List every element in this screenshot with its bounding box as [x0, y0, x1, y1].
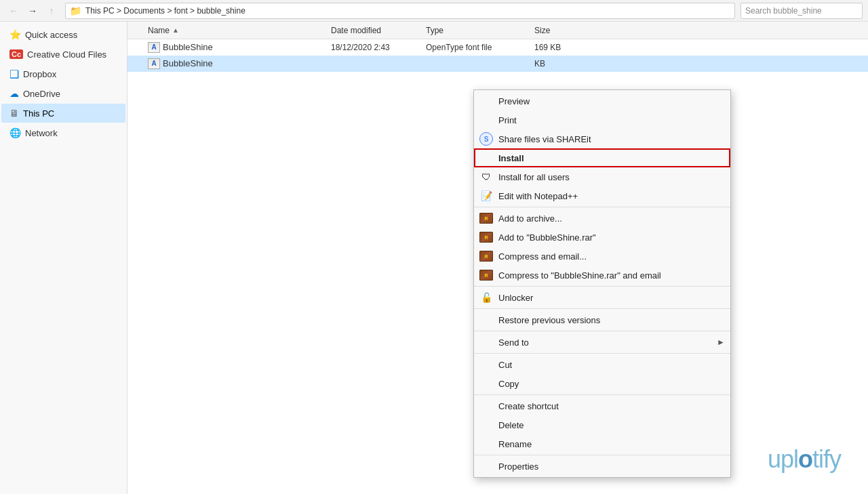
- title-bar: ← → ↑ 📁 This PC > Documents > font > bub…: [0, 0, 868, 22]
- ctx-delete[interactable]: Delete: [474, 415, 730, 434]
- main-layout: ⭐ Quick access Cc Creative Cloud Files ❑…: [0, 22, 868, 494]
- shareit-icon: S: [479, 132, 493, 146]
- ctx-install-all-label: Install for all users: [498, 172, 570, 182]
- ctx-print[interactable]: Print: [474, 110, 730, 129]
- ctx-shareit-label: Share files via SHAREit: [498, 134, 591, 144]
- col-header-date[interactable]: Date modified: [331, 26, 426, 35]
- ctx-edit-notepad[interactable]: 📝 Edit with Notepad++: [474, 186, 730, 205]
- brand-lo: o: [798, 445, 812, 473]
- brand-up: upl: [768, 445, 798, 473]
- ctx-create-shortcut[interactable]: Create shortcut: [474, 396, 730, 415]
- sidebar-item-this-pc[interactable]: 🖥 This PC: [1, 104, 125, 123]
- ctx-divider-2: [474, 286, 730, 287]
- submenu-arrow: ►: [717, 337, 725, 347]
- unlocker-icon: 🔓: [479, 291, 493, 304]
- ctx-unlocker-label: Unlocker: [498, 293, 533, 303]
- sidebar: ⭐ Quick access Cc Creative Cloud Files ❑…: [0, 22, 127, 494]
- ctx-unlocker[interactable]: 🔓 Unlocker: [474, 288, 730, 307]
- search-placeholder: Search bubble_shine: [745, 6, 822, 16]
- sidebar-item-quick-access[interactable]: ⭐ Quick access: [1, 25, 125, 44]
- up-button[interactable]: ↑: [43, 3, 60, 19]
- col-header-name[interactable]: Name ▲: [127, 26, 331, 35]
- dropbox-icon: ❑: [9, 68, 19, 81]
- ctx-copy-label: Copy: [498, 379, 519, 389]
- file-area: Name ▲ Date modified Type Size BubbleShi…: [127, 22, 868, 494]
- ctx-create-shortcut-label: Create shortcut: [498, 401, 559, 411]
- ctx-divider-6: [474, 394, 730, 395]
- nav-buttons: ← → ↑: [5, 3, 60, 19]
- col-header-size[interactable]: Size: [534, 26, 589, 35]
- ctx-cut[interactable]: Cut: [474, 355, 730, 374]
- shield-icon: 🛡: [479, 170, 493, 184]
- address-bar[interactable]: 📁 This PC > Documents > font > bubble_sh…: [65, 3, 735, 19]
- ctx-rename-label: Rename: [498, 439, 532, 449]
- sidebar-label-dropbox: Dropbox: [23, 69, 120, 79]
- ctx-print-label: Print: [498, 115, 517, 125]
- file-size-cell: KB: [534, 59, 589, 68]
- ctx-rename[interactable]: Rename: [474, 434, 730, 453]
- file-type-cell: OpenType font file: [426, 43, 534, 52]
- context-menu: Preview Print S Share files via SHAREit …: [473, 89, 731, 478]
- ctx-divider-5: [474, 353, 730, 354]
- ctx-preview-label: Preview: [498, 96, 530, 106]
- file-date-cell: 18/12/2020 2:43: [331, 43, 426, 52]
- ctx-edit-notepad-label: Edit with Notepad++: [498, 191, 578, 201]
- file-name-cell: BubbleShine: [127, 58, 331, 69]
- ctx-compress-email[interactable]: R Compress and email...: [474, 247, 730, 266]
- sidebar-label-network: Network: [25, 128, 120, 138]
- ctx-divider-7: [474, 455, 730, 455]
- ctx-restore-label: Restore previous versions: [498, 315, 600, 325]
- onedrive-icon: ☁: [9, 88, 19, 99]
- forward-button[interactable]: →: [24, 3, 41, 19]
- ctx-compress-rar-email-label: Compress to "BubbleShine.rar" and email: [498, 270, 661, 281]
- ctx-divider-3: [474, 308, 730, 309]
- ctx-install-all[interactable]: 🛡 Install for all users: [474, 167, 730, 186]
- ctx-add-rar[interactable]: R Add to "BubbleShine.rar": [474, 228, 730, 247]
- rar-icon-4: R: [479, 268, 493, 282]
- ctx-send-to-label: Send to: [498, 337, 529, 348]
- sidebar-label-onedrive: OneDrive: [23, 89, 120, 99]
- col-header-type[interactable]: Type: [426, 26, 534, 35]
- address-path: This PC > Documents > font > bubble_shin…: [85, 6, 245, 16]
- folder-icon: 📁: [70, 5, 81, 16]
- sidebar-item-dropbox[interactable]: ❑ Dropbox: [1, 64, 125, 83]
- star-icon: ⭐: [9, 29, 21, 40]
- sidebar-label-quick-access: Quick access: [25, 30, 120, 40]
- ctx-divider-1: [474, 207, 730, 207]
- table-row[interactable]: BubbleShine 18/12/2020 2:43 OpenType fon…: [127, 39, 868, 56]
- ctx-delete-label: Delete: [498, 420, 524, 430]
- ctx-properties[interactable]: Properties: [474, 457, 730, 476]
- file-name-cell: BubbleShine: [127, 42, 331, 53]
- this-pc-icon: 🖥: [9, 108, 19, 119]
- ctx-install-label: Install: [498, 153, 524, 163]
- ctx-send-to[interactable]: Send to ►: [474, 333, 730, 352]
- ctx-cut-label: Cut: [498, 360, 512, 370]
- back-button[interactable]: ←: [5, 3, 22, 19]
- ctx-compress-rar-email[interactable]: R Compress to "BubbleShine.rar" and emai…: [474, 266, 730, 285]
- ctx-divider-4: [474, 331, 730, 331]
- ctx-add-rar-label: Add to "BubbleShine.rar": [498, 232, 596, 243]
- font-file-icon: [148, 58, 160, 69]
- file-list-header: Name ▲ Date modified Type Size: [127, 22, 868, 39]
- branding: uplotify: [768, 445, 841, 474]
- ctx-shareit[interactable]: S Share files via SHAREit: [474, 129, 730, 148]
- sidebar-label-creative-cloud: Creative Cloud Files: [27, 49, 120, 60]
- ctx-compress-email-label: Compress and email...: [498, 251, 587, 262]
- sidebar-item-onedrive[interactable]: ☁ OneDrive: [1, 84, 125, 103]
- ctx-install[interactable]: Install: [474, 148, 730, 167]
- creative-cloud-icon: Cc: [9, 49, 23, 59]
- ctx-preview[interactable]: Preview: [474, 91, 730, 110]
- network-icon: 🌐: [9, 127, 21, 138]
- rar-icon-3: R: [479, 249, 493, 263]
- ctx-add-archive[interactable]: R Add to archive...: [474, 209, 730, 228]
- sidebar-item-network[interactable]: 🌐 Network: [1, 123, 125, 142]
- sidebar-item-creative-cloud[interactable]: Cc Creative Cloud Files: [1, 45, 125, 64]
- file-size-cell: 169 KB: [534, 43, 589, 52]
- sort-arrow: ▲: [172, 26, 179, 34]
- ctx-restore-versions[interactable]: Restore previous versions: [474, 310, 730, 329]
- notepad-icon: 📝: [479, 189, 493, 203]
- table-row[interactable]: BubbleShine KB: [127, 56, 868, 72]
- search-bar[interactable]: Search bubble_shine: [741, 3, 863, 19]
- brand-ti: tify: [812, 445, 841, 473]
- ctx-copy[interactable]: Copy: [474, 374, 730, 393]
